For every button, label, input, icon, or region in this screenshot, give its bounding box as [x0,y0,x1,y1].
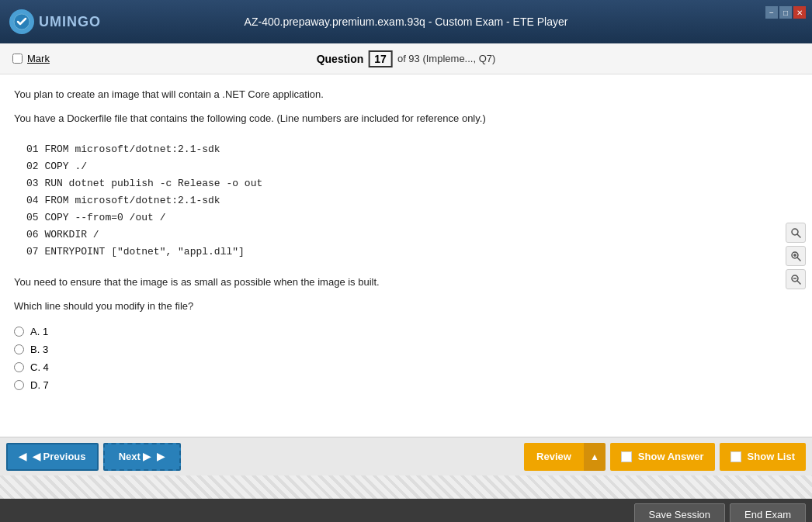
next-button[interactable]: Next ▶ ▶ [103,443,181,471]
show-list-button[interactable]: Show List [720,443,806,471]
window-title: AZ-400.prepaway.premium.exam.93q - Custo… [245,16,568,28]
option-d-label: D. 7 [30,379,49,391]
code-line-3: 03 RUN dotnet publish -c Release -o out [26,175,786,192]
previous-arrow-icon: ◀ [19,451,26,462]
code-line-4: 04 FROM microsoft/dotnet:2.1-sdk [26,192,786,209]
svg-line-2 [797,234,800,237]
maximize-button[interactable]: □ [779,6,792,19]
question-number-badge: 17 [368,50,393,67]
save-session-button[interactable]: Save Session [634,503,726,522]
logo-text: UMINGO [39,14,101,30]
code-line-5: 05 COPY --from=0 /out / [26,209,786,226]
option-a-radio[interactable] [14,327,24,337]
option-a: A. 1 [14,326,798,337]
save-session-label: Save Session [649,509,711,520]
mark-checkbox-label[interactable]: Mark [12,53,50,64]
option-b-radio[interactable] [14,344,24,354]
review-button-group: Review ▲ [524,443,606,471]
code-line-1: 01 FROM microsoft/dotnet:2.1-sdk [26,141,786,158]
zoom-in-icon-button[interactable] [786,246,806,266]
option-d-radio[interactable] [14,380,24,390]
app-logo: UMINGO [9,9,101,34]
show-answer-checkbox-icon [621,451,632,462]
search-icon-button[interactable] [786,223,806,243]
show-answer-button[interactable]: Show Answer [610,443,715,471]
window-controls: − □ ✕ [765,6,806,19]
option-b: B. 3 [14,344,798,355]
question-paragraph-2: You have a Dockerfile file that contains… [14,111,798,127]
bottom-nav: ◀ ◀ Previous Next ▶ ▶ Review ▲ Show Answ… [0,437,812,475]
main-content: You plan to create an image that will co… [0,74,812,437]
question-header: Mark Question 17 of 93 (Impleme..., Q7) [0,43,812,74]
code-line-6: 06 WORKDIR / [26,226,786,244]
question-paragraph-1: You plan to create an image that will co… [14,87,798,103]
code-line-7: 07 ENTRYPOINT ["dotnet", "appl.dll"] [26,244,786,261]
end-exam-button[interactable]: End Exam [730,503,806,522]
next-arrow-icon: ▶ [157,451,165,462]
show-list-checkbox-icon [730,451,741,462]
question-paragraph-4: Which line should you modify in the file… [14,299,798,315]
previous-label: ◀ Previous [33,451,86,462]
sidebar-icons [786,223,806,289]
option-d: D. 7 [14,379,798,391]
question-paragraph-3: You need to ensure that the image is as … [14,275,798,291]
show-answer-label: Show Answer [638,451,704,462]
svg-line-8 [797,281,800,284]
zoom-out-icon-button[interactable] [786,269,806,289]
stripe-divider [0,475,812,499]
show-list-label: Show List [748,451,795,462]
mark-checkbox-input[interactable] [12,54,23,64]
minimize-button[interactable]: − [765,6,778,19]
end-exam-label: End Exam [744,509,791,520]
mark-label: Mark [27,53,50,64]
bottom-action-bar: Save Session End Exam [0,499,812,522]
title-bar: UMINGO AZ-400.prepaway.premium.exam.93q … [0,0,812,43]
review-label: Review [536,451,571,462]
review-dropdown-button[interactable]: ▲ [584,443,606,471]
option-c: C. 4 [14,361,798,373]
question-label: Question [317,53,364,65]
question-number-area: Question 17 of 93 (Impleme..., Q7) [317,50,496,67]
next-label: Next ▶ [119,451,151,462]
svg-line-4 [797,258,800,261]
code-line-2: 02 COPY ./ [26,158,786,175]
option-b-label: B. 3 [30,344,48,355]
option-c-radio[interactable] [14,362,24,372]
option-c-label: C. 4 [30,361,49,373]
close-button[interactable]: ✕ [793,6,806,19]
review-button[interactable]: Review [524,443,584,471]
previous-button[interactable]: ◀ ◀ Previous [6,443,99,471]
logo-icon [9,9,34,34]
option-a-label: A. 1 [30,326,48,337]
review-dropdown-icon: ▲ [590,451,599,462]
options-area: A. 1 B. 3 C. 4 D. 7 [14,326,798,391]
code-block: 01 FROM microsoft/dotnet:2.1-sdk 02 COPY… [14,135,798,268]
question-of-total: of 93 (Impleme..., Q7) [397,53,495,64]
